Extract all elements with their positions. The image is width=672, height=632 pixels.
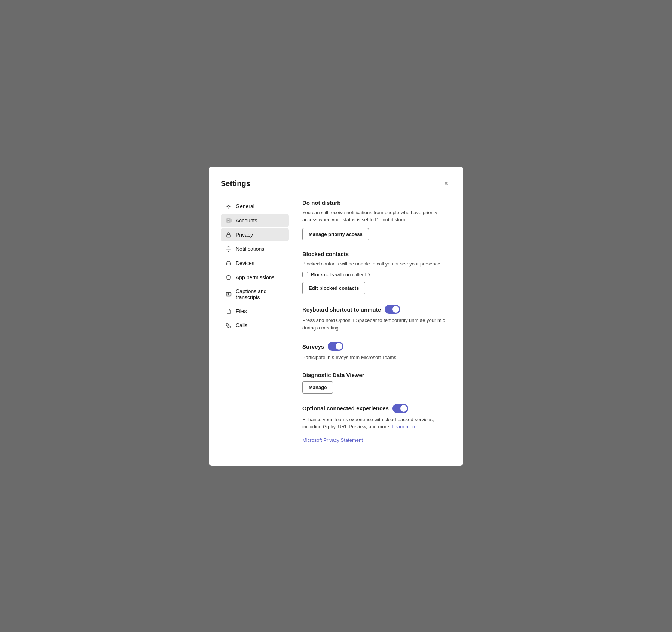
block-calls-checkbox-row: Block calls with no caller ID <box>302 272 451 277</box>
sidebar-item-captions[interactable]: Captions and transcripts <box>221 285 289 304</box>
learn-more-link[interactable]: Learn more <box>392 424 416 429</box>
optional-experiences-title: Optional connected experiences <box>302 405 389 411</box>
close-button[interactable]: × <box>441 179 451 189</box>
sidebar-item-label-general: General <box>236 203 254 209</box>
modal-body: General Accounts <box>221 200 451 454</box>
headset-icon <box>225 260 232 267</box>
sidebar-item-label-accounts: Accounts <box>236 218 257 224</box>
do-not-disturb-section: Do not disturb You can still receive not… <box>302 200 451 240</box>
optional-experiences-desc: Enhance your Teams experience with cloud… <box>302 416 451 431</box>
svg-rect-4 <box>226 263 227 265</box>
diagnostic-section: Diagnostic Data Viewer Manage <box>302 372 451 394</box>
surveys-section: Surveys Participate in surveys from Micr… <box>302 342 451 361</box>
sidebar-item-general[interactable]: General <box>221 200 289 213</box>
optional-experiences-section: Optional connected experiences Enhance y… <box>302 404 451 443</box>
edit-blocked-contacts-button[interactable]: Edit blocked contacts <box>302 282 365 294</box>
manage-diagnostic-button[interactable]: Manage <box>302 381 333 394</box>
sidebar-item-calls[interactable]: Calls <box>221 319 289 332</box>
sidebar-item-label-calls: Calls <box>236 322 247 328</box>
sidebar-item-privacy[interactable]: Privacy <box>221 228 289 241</box>
shield-icon <box>225 274 232 281</box>
sidebar-item-accounts[interactable]: Accounts <box>221 214 289 227</box>
surveys-toggle[interactable] <box>328 342 343 351</box>
optional-experiences-toggle[interactable] <box>392 404 408 413</box>
sidebar-item-notifications[interactable]: Notifications <box>221 242 289 256</box>
diagnostic-title: Diagnostic Data Viewer <box>302 372 451 378</box>
settings-modal: Settings × General <box>209 167 463 466</box>
sidebar-item-label-devices: Devices <box>236 260 254 266</box>
keyboard-shortcut-toggle-row: Keyboard shortcut to unmute <box>302 305 451 314</box>
sidebar-item-files[interactable]: Files <box>221 304 289 318</box>
manage-priority-access-button[interactable]: Manage priority access <box>302 228 369 240</box>
blocked-contacts-title: Blocked contacts <box>302 251 451 257</box>
sidebar-item-devices[interactable]: Devices <box>221 256 289 270</box>
sidebar-item-label-files: Files <box>236 308 247 314</box>
sidebar-item-label-notifications: Notifications <box>236 246 264 252</box>
svg-rect-3 <box>227 234 230 237</box>
card-icon <box>225 217 232 224</box>
svg-rect-5 <box>230 263 231 265</box>
sidebar-item-app-permissions[interactable]: App permissions <box>221 271 289 284</box>
keyboard-shortcut-title: Keyboard shortcut to unmute <box>302 306 381 313</box>
svg-point-2 <box>227 220 228 221</box>
gear-icon <box>225 203 232 210</box>
close-icon: × <box>444 180 448 188</box>
sidebar-item-label-privacy: Privacy <box>236 232 253 238</box>
surveys-desc: Participate in surveys from Microsoft Te… <box>302 354 451 361</box>
block-calls-checkbox[interactable] <box>302 272 308 277</box>
optional-experiences-toggle-row: Optional connected experiences <box>302 404 451 413</box>
keyboard-shortcut-desc: Press and hold Option + Spacebar to temp… <box>302 317 451 331</box>
surveys-title: Surveys <box>302 343 324 350</box>
phone-icon <box>225 322 232 329</box>
keyboard-shortcut-section: Keyboard shortcut to unmute Press and ho… <box>302 305 451 331</box>
modal-title: Settings <box>221 179 250 188</box>
sidebar: General Accounts <box>221 200 292 454</box>
file-icon <box>225 308 232 315</box>
do-not-disturb-desc: You can still receive notifications from… <box>302 209 451 224</box>
svg-point-0 <box>228 205 230 207</box>
blocked-contacts-section: Blocked contacts Blocked contacts will b… <box>302 251 451 295</box>
privacy-statement-link[interactable]: Microsoft Privacy Statement <box>302 437 363 443</box>
lock-icon <box>225 231 232 238</box>
main-content: Do not disturb You can still receive not… <box>292 200 451 454</box>
modal-header: Settings × <box>221 179 451 189</box>
do-not-disturb-title: Do not disturb <box>302 200 451 206</box>
bell-icon <box>225 246 232 252</box>
keyboard-shortcut-toggle[interactable] <box>385 305 400 314</box>
sidebar-item-label-app-permissions: App permissions <box>236 274 275 280</box>
block-calls-label: Block calls with no caller ID <box>311 272 370 277</box>
blocked-contacts-desc: Blocked contacts will be unable to call … <box>302 260 451 268</box>
sidebar-item-label-captions: Captions and transcripts <box>236 288 284 300</box>
cc-icon <box>225 291 232 298</box>
surveys-toggle-row: Surveys <box>302 342 451 351</box>
